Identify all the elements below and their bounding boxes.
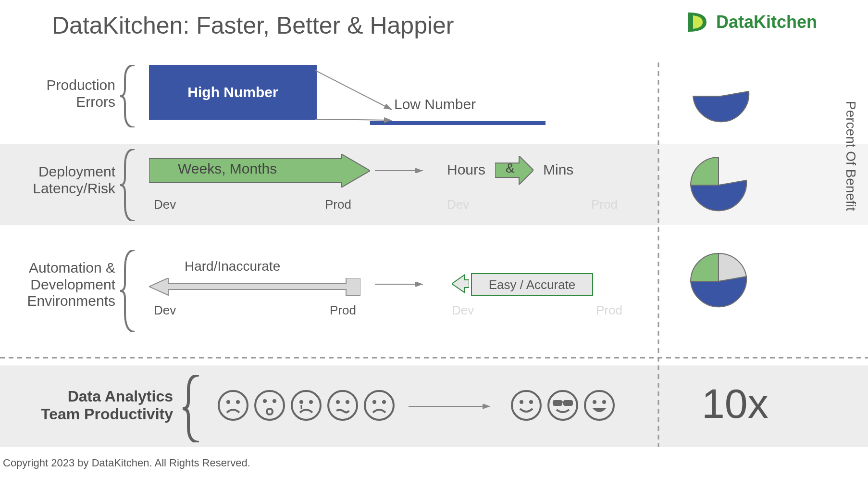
svg-point-26 xyxy=(529,400,533,404)
brace-deploy xyxy=(120,149,139,221)
auto-dev-after: Dev xyxy=(452,303,474,318)
pie-auto xyxy=(687,250,755,317)
svg-point-12 xyxy=(273,399,276,403)
row-label-deploy: Deployment Latency/Risk xyxy=(10,163,115,197)
pie-errors xyxy=(692,72,750,125)
svg-point-31 xyxy=(585,391,614,420)
frown-face-icon xyxy=(362,389,396,422)
auto-prod-before: Prod xyxy=(330,303,356,318)
ten-x-metric: 10x xyxy=(702,380,769,427)
errors-after-label: Low Number xyxy=(394,96,476,113)
svg-point-11 xyxy=(263,399,267,403)
vertical-divider xyxy=(657,63,659,447)
pie-deploy xyxy=(687,154,755,221)
datakitchen-logo-icon xyxy=(687,11,710,34)
team-l2: Team Productivity xyxy=(41,405,173,423)
svg-point-14 xyxy=(292,391,321,420)
svg-point-25 xyxy=(520,400,523,404)
svg-point-15 xyxy=(299,400,303,404)
deploy-before-text: Weeks, Months xyxy=(178,161,277,177)
row-label-errors: Production Errors xyxy=(19,77,115,110)
svg-point-9 xyxy=(236,400,240,404)
horizontal-divider xyxy=(0,357,868,359)
svg-point-33 xyxy=(602,400,606,404)
auto-before-text: Hard/Inaccurate xyxy=(185,259,280,274)
confused-face-icon xyxy=(326,389,360,422)
auto-before-arrow xyxy=(149,278,360,300)
crying-face-icon xyxy=(289,389,323,422)
svg-point-20 xyxy=(365,391,394,420)
grin-face-icon xyxy=(583,389,616,422)
sad-face-icon xyxy=(216,389,250,422)
brand-name: DataKitchen xyxy=(716,12,817,32)
auto-transition-arrow xyxy=(375,282,428,287)
errors-l2: Errors xyxy=(76,94,115,110)
deploy-l1: Deployment xyxy=(38,163,115,179)
svg-point-21 xyxy=(372,400,376,404)
deploy-after-amp: & xyxy=(506,161,515,176)
deploy-prod-after: Prod xyxy=(591,197,618,212)
svg-point-16 xyxy=(309,400,313,404)
auto-l3: Environments xyxy=(27,293,115,309)
smile-face-icon xyxy=(509,389,543,422)
row-label-auto: Automation & Development Environments xyxy=(5,260,115,310)
sad-faces xyxy=(216,389,396,422)
svg-line-3 xyxy=(315,119,392,120)
errors-l1: Production xyxy=(47,77,115,93)
auto-after-text: Easy / Accurate xyxy=(489,277,576,292)
svg-point-8 xyxy=(226,400,230,404)
deploy-dev-before: Dev xyxy=(154,197,176,212)
errors-arrows xyxy=(315,66,401,124)
svg-rect-29 xyxy=(563,400,573,406)
happy-faces xyxy=(509,389,616,422)
svg-point-22 xyxy=(382,400,386,404)
worried-face-icon xyxy=(253,389,286,422)
deploy-prod-before: Prod xyxy=(325,197,351,212)
deploy-l2: Latency/Risk xyxy=(33,180,115,196)
auto-dev-before: Dev xyxy=(154,303,176,318)
svg-line-2 xyxy=(315,70,392,110)
page-title: DataKitchen: Faster, Better & Happier xyxy=(52,12,454,39)
brace-auto xyxy=(120,250,139,332)
svg-point-13 xyxy=(267,409,273,414)
auto-after-arrow xyxy=(452,274,469,293)
errors-before-text: High Number xyxy=(187,84,278,100)
svg-point-24 xyxy=(512,391,541,420)
svg-point-7 xyxy=(219,391,248,420)
brand-logo: DataKitchen xyxy=(687,11,817,34)
deploy-dev-after: Dev xyxy=(447,197,469,212)
copyright: Copyright 2023 by DataKitchen. All Right… xyxy=(3,457,250,469)
svg-point-18 xyxy=(336,400,340,404)
cool-face-icon xyxy=(546,389,580,422)
brace-errors xyxy=(120,65,139,127)
row-label-team: Data Analytics Team Productivity xyxy=(29,388,173,423)
deploy-after-hours: Hours xyxy=(447,162,485,178)
deploy-transition-arrow xyxy=(375,168,428,173)
team-l1: Data Analytics xyxy=(68,388,173,405)
svg-point-27 xyxy=(548,391,577,420)
errors-before-box: High Number xyxy=(149,65,317,120)
auto-l1: Automation & xyxy=(29,260,115,276)
svg-point-32 xyxy=(593,400,596,404)
brace-team xyxy=(183,375,204,442)
deploy-after-mins: Mins xyxy=(543,162,573,178)
auto-l2: Development xyxy=(30,276,115,292)
auto-after-box: Easy / Accurate xyxy=(471,273,593,296)
team-transition-arrow xyxy=(409,404,495,409)
svg-rect-28 xyxy=(553,400,562,406)
benefit-axis-label: Percent Of Benefit xyxy=(843,101,858,211)
auto-prod-after: Prod xyxy=(596,303,622,318)
svg-point-19 xyxy=(346,400,349,404)
svg-point-17 xyxy=(328,391,357,420)
